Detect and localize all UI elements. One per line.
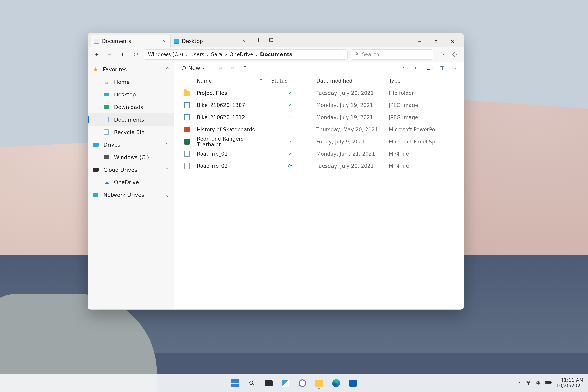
tab-actions <box>250 33 279 47</box>
minimize-button[interactable] <box>412 36 428 47</box>
search-placeholder: Search <box>362 52 379 58</box>
file-explorer-taskbar-button[interactable] <box>312 376 326 390</box>
file-status <box>267 128 312 132</box>
breadcrumb[interactable]: OneDrive <box>228 52 254 58</box>
column-type[interactable]: Type <box>385 74 464 87</box>
tab-desktop[interactable]: Desktop <box>170 35 250 47</box>
file-explorer-icon <box>315 380 324 386</box>
desktop-icon <box>104 92 109 98</box>
sidebar-item-recycle-bin[interactable]: Recycle Bin <box>88 126 174 138</box>
address-dropdown-button[interactable] <box>336 50 345 60</box>
taskview-icon <box>265 380 273 386</box>
edge-button[interactable] <box>329 376 343 390</box>
file-row[interactable]: Project FilesTuesday, July 20, 2021File … <box>174 87 464 99</box>
tray-date: 10/20/2021 <box>556 383 583 389</box>
clock[interactable]: 11:11 AM 10/20/2021 <box>556 378 583 388</box>
back-button[interactable] <box>92 50 102 59</box>
sidebar-item-desktop[interactable]: Desktop <box>88 88 174 101</box>
file-row[interactable]: RoadTrip_01Monday, June 21, 2021MP4 file <box>174 148 464 160</box>
sidebar-item-documents[interactable]: Documents <box>88 113 174 126</box>
view-button[interactable] <box>426 64 434 72</box>
sidebar-item-onedrive[interactable]: ☁ OneDrive <box>88 176 174 188</box>
sidebar-item-home[interactable]: ⌂ Home <box>88 76 174 88</box>
tab-close-button[interactable] <box>162 38 167 44</box>
task-view-button[interactable] <box>262 376 276 390</box>
volume-icon[interactable] <box>536 380 541 386</box>
breadcrumb-current[interactable]: Documents <box>259 52 294 58</box>
file-explorer-window: Documents Desktop <box>88 33 464 310</box>
nav-toolbar: Windows (C:\)› Users› Sara› OneDrive› Do… <box>88 47 464 62</box>
folder-icon <box>184 90 190 96</box>
tab-label: Desktop <box>182 38 239 44</box>
sidebar-item-downloads[interactable]: Downloads <box>88 101 174 113</box>
close-window-button[interactable] <box>444 36 461 47</box>
chat-icon <box>299 380 306 387</box>
breadcrumb[interactable]: Sara <box>210 52 224 58</box>
svg-rect-0 <box>270 38 273 42</box>
search-icon <box>248 379 256 387</box>
sidebar-section-drives[interactable]: Drives ⌃ <box>88 138 174 151</box>
column-date[interactable]: Date modified <box>312 74 385 87</box>
sync-activity-icon[interactable] <box>437 50 446 59</box>
widgets-button[interactable] <box>278 376 293 390</box>
taskbar-search-button[interactable] <box>245 376 259 390</box>
up-button[interactable] <box>118 50 128 59</box>
file-row[interactable]: History of SkateboardsThursday, May 20, … <box>174 124 464 136</box>
tab-overview-button[interactable] <box>266 34 277 46</box>
column-name[interactable]: Name ↑ <box>193 74 267 87</box>
file-date: Monday, June 21, 2021 <box>312 151 385 157</box>
new-button[interactable]: New <box>179 64 208 72</box>
search-box[interactable]: Search <box>351 50 433 60</box>
tab-label: Documents <box>102 38 159 44</box>
start-button[interactable] <box>228 376 242 390</box>
breadcrumb[interactable]: Windows (C:\) <box>147 52 184 58</box>
sidebar-section-favorites[interactable]: ★ Favorites ⌃ <box>88 63 174 76</box>
tab-close-button[interactable] <box>242 38 247 44</box>
file-date: Friday, July 9, 2021 <box>312 139 385 145</box>
sidebar-item-windows-c[interactable]: Windows (C:) <box>88 151 174 164</box>
tab-documents[interactable]: Documents <box>90 35 170 47</box>
sort-order-button[interactable] <box>413 64 422 72</box>
cut-button[interactable] <box>216 64 225 72</box>
svg-point-16 <box>454 68 454 68</box>
svg-point-2 <box>355 52 358 55</box>
sidebar-section-network-drives[interactable]: Network Drives ⌄ <box>88 188 174 201</box>
cloud-icon: ☁ <box>104 179 109 185</box>
settings-button[interactable] <box>450 50 459 59</box>
file-status <box>267 152 312 156</box>
file-name: Bike_210620_1312 <box>193 114 267 120</box>
breadcrumb[interactable]: Users <box>189 52 206 58</box>
battery-icon[interactable] <box>545 380 552 386</box>
forward-button[interactable] <box>105 50 114 59</box>
wifi-icon[interactable] <box>526 380 531 386</box>
copy-button[interactable] <box>228 64 237 72</box>
file-status <box>267 115 312 120</box>
file-row[interactable]: Redmond Rangers TriathalonFriday, July 9… <box>174 136 464 148</box>
svg-rect-1 <box>435 40 437 42</box>
new-tab-button[interactable] <box>253 34 264 46</box>
svg-point-18 <box>250 381 253 384</box>
file-type: Microsoft Excel Spr... <box>385 139 464 145</box>
xls-icon <box>184 139 190 145</box>
file-date: Thursday, May 20, 2021 <box>312 126 385 132</box>
tray-overflow-button[interactable] <box>518 380 521 386</box>
sidebar-section-cloud-drives[interactable]: Cloud Drives ⌃ <box>88 164 174 176</box>
file-name: RoadTrip_02 <box>193 163 267 169</box>
paste-button[interactable] <box>241 64 249 72</box>
store-button[interactable] <box>346 376 360 390</box>
refresh-button[interactable] <box>131 50 140 59</box>
file-row[interactable]: Bike_210620_1312Monday, July 19, 2021JPE… <box>174 111 464 124</box>
file-type: JPEG image <box>385 102 464 108</box>
chat-button[interactable] <box>295 376 310 390</box>
more-button[interactable] <box>450 64 458 72</box>
file-date: Monday, July 19, 2021 <box>312 102 385 108</box>
column-status[interactable]: Status <box>267 74 312 87</box>
documents-icon <box>104 116 109 122</box>
maximize-button[interactable] <box>428 36 444 47</box>
file-row[interactable]: Bike_210620_1307Monday, July 19, 2021JPE… <box>174 99 464 111</box>
sort-button[interactable] <box>401 64 410 72</box>
file-row[interactable]: RoadTrip_02⟳Tuesday, July 20, 2021MP4 fi… <box>174 160 464 172</box>
details-pane-button[interactable] <box>438 64 446 72</box>
address-bar[interactable]: Windows (C:\)› Users› Sara› OneDrive› Do… <box>144 50 348 60</box>
file-name: Project Files <box>193 90 267 96</box>
